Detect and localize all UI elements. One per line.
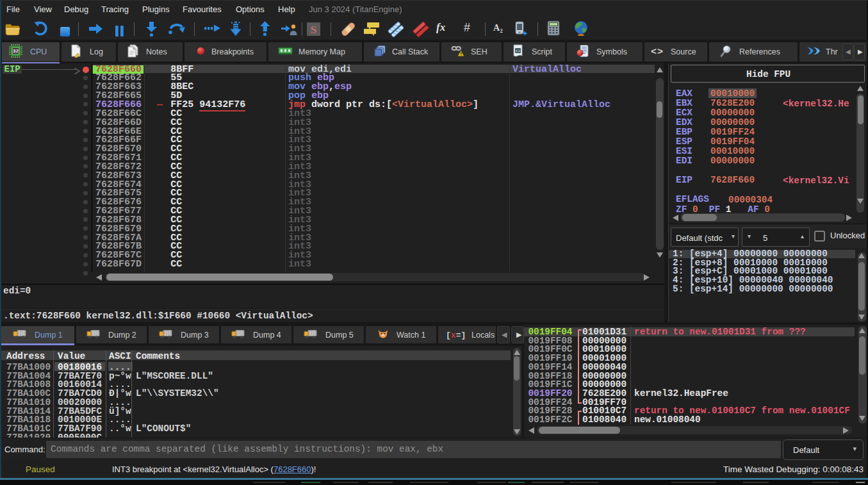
svg-text:32: 32 xyxy=(13,48,19,54)
svg-text:<>: <> xyxy=(516,49,521,54)
svg-text:S: S xyxy=(311,24,316,36)
